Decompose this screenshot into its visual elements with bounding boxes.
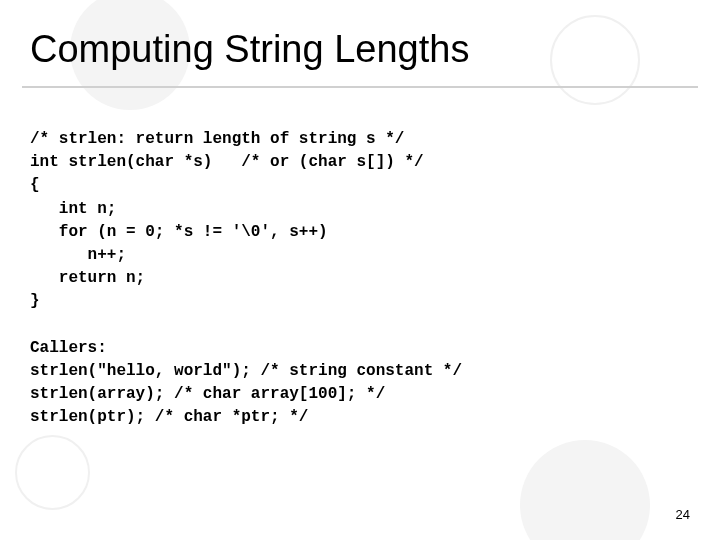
decorative-circle — [520, 440, 650, 540]
caller-line: strlen(ptr); /* char *ptr; */ — [30, 408, 308, 426]
page-number: 24 — [676, 507, 690, 522]
slide-title: Computing String Lengths — [30, 28, 469, 71]
caller-line: strlen(array); /* char array[100]; */ — [30, 385, 385, 403]
title-underline — [22, 86, 698, 88]
callers-heading: Callers: — [30, 339, 107, 357]
decorative-circle — [550, 15, 640, 105]
code-block: /* strlen: return length of string s */ … — [30, 130, 424, 310]
slide-content: /* strlen: return length of string s */ … — [30, 128, 690, 429]
decorative-circle — [15, 435, 90, 510]
caller-line: strlen("hello, world"); /* string consta… — [30, 362, 462, 380]
